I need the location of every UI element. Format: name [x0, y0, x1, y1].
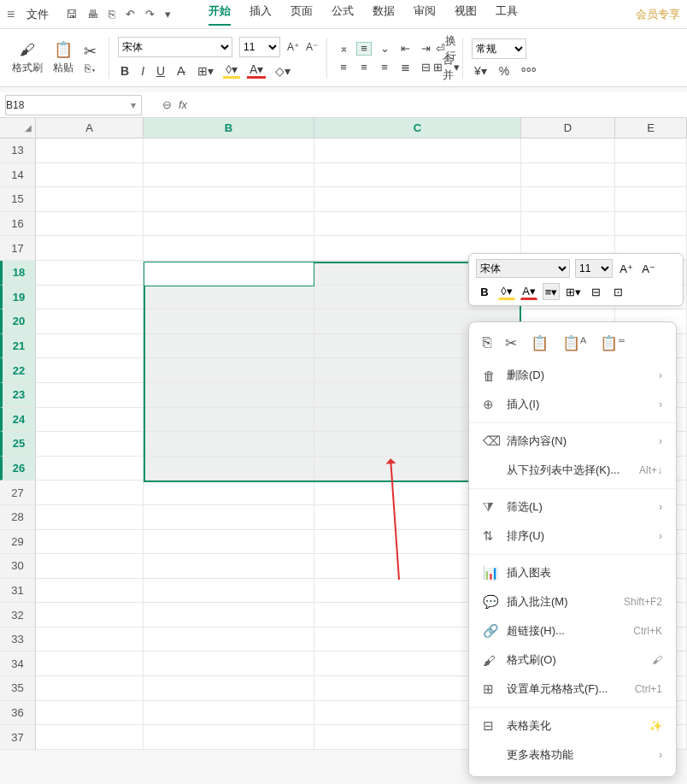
cell[interactable]	[36, 457, 144, 481]
cell[interactable]	[144, 725, 314, 750]
percent-icon[interactable]: %	[496, 64, 512, 78]
row-header[interactable]: 24	[0, 408, 36, 433]
cell[interactable]	[144, 163, 314, 188]
align-middle-icon[interactable]: ≡	[356, 42, 372, 56]
cell[interactable]	[144, 139, 314, 163]
cell[interactable]	[144, 505, 314, 530]
dropdown-icon[interactable]: ▾	[165, 8, 171, 21]
cell[interactable]	[36, 163, 144, 188]
tab-insert[interactable]: 插入	[250, 3, 272, 26]
chevron-down-icon[interactable]: ▾	[126, 99, 141, 111]
col-B[interactable]: B	[144, 118, 314, 138]
cell[interactable]	[144, 309, 314, 334]
print-icon[interactable]: 🖶	[87, 8, 98, 21]
ctx-filter[interactable]: ⧩筛选(L)›	[469, 492, 676, 522]
mini-font-size[interactable]: 11	[575, 259, 613, 278]
ctx-cut-icon[interactable]: ✂	[505, 334, 517, 352]
tab-view[interactable]: 视图	[455, 3, 477, 26]
increase-font-icon[interactable]: A⁺	[287, 41, 299, 53]
bold-button[interactable]: B	[118, 64, 132, 78]
row-header[interactable]: 37	[0, 725, 36, 750]
mini-increase-font-icon[interactable]: A⁺	[618, 260, 635, 277]
col-C[interactable]: C	[314, 118, 521, 138]
row-header[interactable]: 21	[0, 334, 36, 359]
cell[interactable]	[36, 603, 144, 628]
mini-font-color-icon[interactable]: A▾	[520, 283, 537, 300]
tab-page[interactable]: 页面	[291, 3, 313, 26]
cell[interactable]	[521, 163, 615, 188]
fx-icon[interactable]: fx	[179, 98, 187, 111]
cell[interactable]	[144, 358, 314, 383]
cell[interactable]	[144, 603, 314, 628]
ctx-comment[interactable]: 💬插入批注(M)Shift+F2	[469, 587, 676, 616]
tab-start[interactable]: 开始	[208, 3, 231, 26]
cell[interactable]	[314, 163, 521, 188]
name-box[interactable]: B18▾	[5, 95, 142, 115]
ctx-copy-icon[interactable]: ⎘	[483, 334, 491, 352]
cell[interactable]	[36, 432, 144, 457]
row-header[interactable]: 28	[0, 505, 36, 530]
row-header[interactable]: 26	[0, 457, 36, 481]
redo-icon[interactable]: ↷	[145, 8, 155, 21]
cell[interactable]	[144, 651, 314, 676]
cell[interactable]	[144, 457, 314, 481]
cell[interactable]	[144, 579, 314, 604]
preview-icon[interactable]: ⎘	[109, 8, 115, 21]
underline-button[interactable]: U	[154, 64, 167, 78]
ctx-dropdown-select[interactable]: 从下拉列表中选择(K)...Alt+↓	[469, 456, 676, 485]
border-button[interactable]: ⊞▾	[195, 64, 216, 78]
cell[interactable]	[36, 579, 144, 604]
cell[interactable]	[144, 480, 314, 505]
number-format-select[interactable]: 常规	[472, 38, 526, 59]
font-color-button[interactable]: A▾	[247, 62, 266, 79]
row-header[interactable]: 25	[0, 432, 36, 457]
ctx-paste-values-icon[interactable]: 📋⁼	[600, 334, 625, 352]
row-header[interactable]: 17	[0, 236, 36, 261]
undo-icon[interactable]: ↶	[126, 8, 135, 21]
row-header[interactable]: 31	[0, 579, 36, 604]
ctx-paste-special-icon[interactable]: 📋ᴬ	[562, 334, 586, 352]
indent-inc-icon[interactable]: ⇥	[418, 42, 433, 56]
format-painter-group[interactable]: 🖌格式刷	[9, 41, 46, 75]
menu-icon[interactable]: ≡	[7, 7, 15, 22]
file-menu[interactable]: 文件	[26, 7, 49, 22]
formula-bar[interactable]: ⊖fx	[162, 98, 187, 111]
cell[interactable]	[144, 187, 314, 212]
cell[interactable]	[144, 432, 314, 457]
ctx-paste-icon[interactable]: 📋	[531, 334, 549, 352]
ctx-chart[interactable]: 📊插入图表	[469, 558, 676, 587]
cell[interactable]	[521, 187, 615, 212]
align-bottom-icon[interactable]: ⌄	[377, 42, 392, 56]
fill-color-button[interactable]: ◊▾	[223, 62, 240, 79]
cell[interactable]	[144, 236, 314, 261]
cell[interactable]	[36, 383, 144, 408]
cell[interactable]	[615, 212, 687, 237]
mini-merge-icon[interactable]: ⊟	[587, 283, 604, 300]
cell[interactable]	[36, 725, 144, 750]
cell[interactable]	[144, 676, 314, 701]
cell[interactable]	[144, 628, 314, 652]
col-D[interactable]: D	[521, 118, 615, 138]
row-header[interactable]: 15	[0, 187, 36, 212]
ctx-hyperlink[interactable]: 🔗超链接(H)...Ctrl+K	[469, 616, 676, 645]
cut-group[interactable]: ✂⎘▾	[80, 42, 100, 74]
mini-format-icon[interactable]: ⊡	[609, 283, 626, 300]
paste-group[interactable]: 📋粘贴	[50, 40, 77, 75]
cell[interactable]	[36, 236, 144, 261]
row-header[interactable]: 19	[0, 286, 36, 310]
strike-button[interactable]: A̶	[174, 64, 188, 78]
clear-format-button[interactable]: ◇▾	[273, 64, 293, 78]
ctx-format-painter[interactable]: 🖌格式刷(O)🖌	[469, 645, 676, 675]
cell[interactable]	[36, 530, 144, 555]
font-name-select[interactable]: 宋体	[118, 37, 232, 57]
ctx-insert[interactable]: ⊕插入(I)›	[469, 390, 676, 419]
mini-font-name[interactable]: 宋体	[476, 259, 570, 278]
row-header[interactable]: 30	[0, 554, 36, 579]
align-top-icon[interactable]: ⌅	[336, 42, 351, 56]
cell[interactable]	[36, 261, 144, 286]
tab-tools[interactable]: 工具	[496, 3, 518, 26]
ctx-clear[interactable]: ⌫清除内容(N)›	[469, 427, 676, 456]
tab-review[interactable]: 审阅	[414, 3, 436, 26]
save-icon[interactable]: 🖫	[66, 8, 77, 21]
col-A[interactable]: A	[36, 118, 144, 138]
